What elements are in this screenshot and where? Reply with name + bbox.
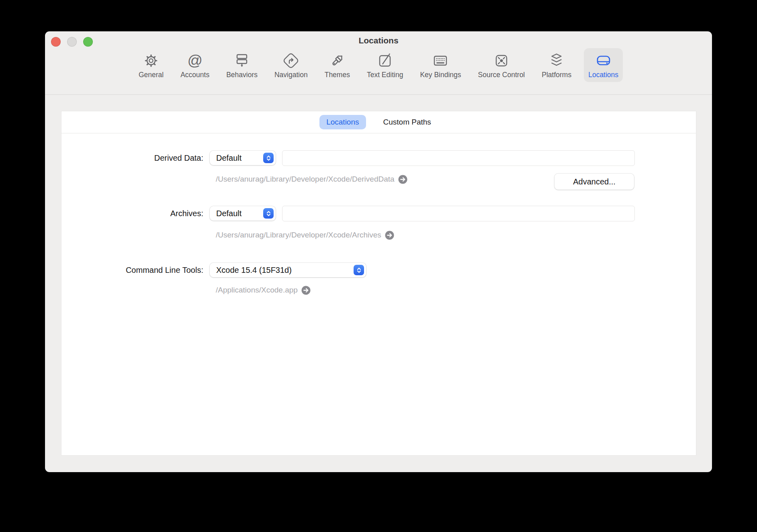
segmented-control: Locations Custom Paths: [61, 111, 696, 133]
chevron-up-down-icon: [354, 265, 364, 275]
advanced-button[interactable]: Advanced...: [554, 174, 634, 190]
tab-source-control[interactable]: Source Control: [474, 48, 530, 82]
at-sign-icon: @: [185, 51, 205, 70]
derived-data-label: Derived Data:: [61, 153, 203, 163]
xcode-settings-window: Locations General: [45, 31, 712, 472]
keyboard-icon: [431, 51, 450, 70]
internal-drive-icon: [594, 51, 613, 70]
titlebar: Locations: [45, 31, 712, 47]
stacked-boxes-icon: [232, 51, 252, 70]
segment-custom-paths[interactable]: Custom Paths: [376, 115, 438, 129]
arrow-right-circle-icon[interactable]: [301, 286, 311, 295]
tab-text-editing[interactable]: Text Editing: [362, 48, 407, 82]
tab-label: Source Control: [478, 71, 525, 79]
derived-data-field[interactable]: [282, 150, 635, 166]
turn-right-sign-icon: [281, 51, 301, 70]
popup-value: Xcode 15.4 (15F31d): [216, 266, 292, 275]
tab-label: Navigation: [274, 71, 308, 79]
tab-key-bindings[interactable]: Key Bindings: [415, 48, 465, 82]
chevron-up-down-icon: [263, 208, 274, 219]
archives-field[interactable]: [282, 206, 635, 221]
layers-stack-icon: [547, 51, 566, 70]
tab-label: Key Bindings: [420, 71, 461, 79]
popup-value: Default: [216, 153, 241, 163]
derived-data-path: /Users/anurag/Library/Developer/Xcode/De…: [216, 174, 407, 184]
locations-pane: Locations Custom Paths Derived Data: Def…: [61, 111, 696, 455]
tab-general[interactable]: General: [134, 48, 168, 82]
screen: Locations General: [0, 0, 757, 532]
tab-label: Behaviors: [226, 71, 258, 79]
command-line-tools-popup[interactable]: Xcode 15.4 (15F31d): [210, 263, 366, 277]
gear-icon: [141, 51, 161, 70]
tab-behaviors[interactable]: Behaviors: [222, 48, 262, 82]
tab-label: General: [139, 71, 164, 79]
vault-icon: [492, 51, 511, 70]
window-title: Locations: [45, 36, 712, 45]
paintbrush-icon: [327, 51, 347, 70]
command-line-tools-label: Command Line Tools:: [61, 265, 203, 275]
tab-label: Accounts: [180, 71, 209, 79]
chevron-up-down-icon: [263, 153, 274, 163]
arrow-right-circle-icon[interactable]: [385, 231, 394, 240]
tab-label: Text Editing: [367, 71, 403, 79]
tab-locations[interactable]: Locations: [584, 48, 623, 82]
archives-label: Archives:: [61, 208, 203, 219]
tab-label: Themes: [325, 71, 350, 79]
derived-data-popup[interactable]: Default: [210, 151, 276, 165]
popup-value: Default: [216, 209, 241, 218]
tab-navigation[interactable]: Navigation: [270, 48, 312, 82]
square-pencil-icon: [375, 51, 395, 70]
settings-toolbar: General @ Accounts Behaviors: [45, 47, 712, 95]
tab-label: Locations: [588, 71, 618, 79]
segment-locations[interactable]: Locations: [319, 115, 366, 129]
tab-themes[interactable]: Themes: [320, 48, 354, 82]
arrow-right-circle-icon[interactable]: [398, 175, 407, 184]
archives-path: /Users/anurag/Library/Developer/Xcode/Ar…: [216, 230, 394, 240]
archives-popup[interactable]: Default: [210, 206, 276, 221]
tab-platforms[interactable]: Platforms: [537, 48, 576, 82]
command-line-tools-path: /Applications/Xcode.app: [216, 285, 311, 295]
tab-accounts[interactable]: @ Accounts: [176, 48, 214, 82]
tab-label: Platforms: [542, 71, 571, 79]
